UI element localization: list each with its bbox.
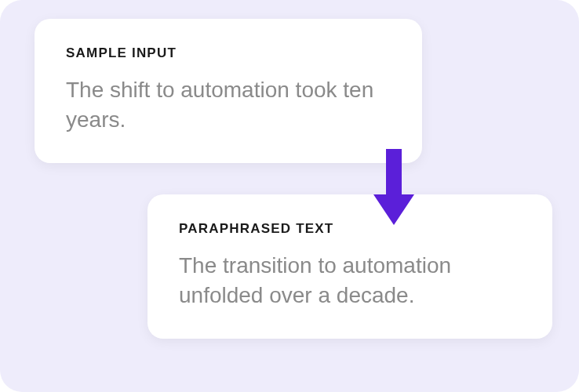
output-label: PARAPHRASED TEXT bbox=[179, 221, 521, 237]
arrow-down-icon bbox=[372, 149, 416, 230]
input-card: SAMPLE INPUT The shift to automation too… bbox=[35, 19, 422, 163]
input-label: SAMPLE INPUT bbox=[66, 45, 391, 61]
input-text: The shift to automation took ten years. bbox=[66, 75, 391, 135]
output-text: The transition to automation unfolded ov… bbox=[179, 251, 521, 310]
output-card: PARAPHRASED TEXT The transition to autom… bbox=[147, 194, 552, 339]
diagram-container: SAMPLE INPUT The shift to automation too… bbox=[0, 0, 579, 392]
